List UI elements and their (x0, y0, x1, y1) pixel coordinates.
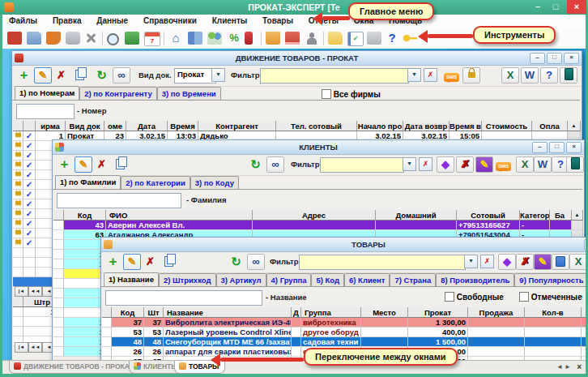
doc-type-dropdown-icon[interactable]: ▼ (211, 68, 225, 82)
tab-by-manufacturer[interactable]: 8) Производитель (436, 273, 514, 287)
tab-by-number[interactable]: 1) по Номерам (15, 86, 79, 101)
menu-files[interactable]: Файлы (2, 15, 44, 25)
goods-titlebar[interactable]: ТОВАРЫ – □ × (101, 238, 586, 252)
tab-by-group[interactable]: 4) Группа (266, 273, 312, 287)
edit-button[interactable]: ✎ (34, 67, 52, 84)
truck-icon[interactable] (27, 32, 41, 45)
calculator-button[interactable] (552, 254, 569, 270)
add-button[interactable]: + (15, 67, 32, 84)
col-category[interactable]: Категори (520, 210, 550, 221)
name-search-input[interactable] (105, 290, 262, 306)
all-firms-checkbox[interactable]: Все фирмы (322, 89, 381, 99)
table-row[interactable]: 37 37 Виброплита электрическая ИЭ-451 ви… (102, 318, 586, 328)
col-number[interactable]: оме (104, 121, 126, 131)
menu-goods[interactable]: Товары (256, 15, 300, 25)
filter-input[interactable] (299, 255, 466, 270)
tab-close-icon[interactable]: × (577, 362, 582, 371)
minimize-icon[interactable]: – (532, 142, 548, 153)
clients-titlebar[interactable]: КЛИЕНТЫ – □ × (53, 140, 584, 155)
people-icon[interactable] (207, 32, 222, 45)
col-return-date[interactable]: Дата возвр (403, 121, 450, 131)
nav-prev-page-button[interactable]: ◄◄ (28, 342, 42, 353)
col-cost[interactable]: Стоимость (482, 121, 532, 131)
refresh-button[interactable]: ↻ (247, 156, 264, 173)
tab-by-country[interactable]: 7) Страна (390, 273, 436, 287)
col-start[interactable]: Начало про (357, 121, 403, 131)
category-button[interactable]: ◆ (437, 156, 454, 173)
menu-clients[interactable]: Клиенты (206, 15, 254, 25)
archive-icon[interactable] (66, 32, 80, 45)
add-button[interactable]: + (56, 156, 73, 173)
col-date[interactable]: Дата (126, 121, 168, 131)
scroll-up-icon[interactable]: ▲ (572, 210, 583, 221)
col-home-phone[interactable]: Домашний (376, 210, 457, 221)
close-icon[interactable]: × (567, 0, 586, 14)
col-sale-price[interactable]: Продажа (468, 307, 525, 318)
tab-by-category[interactable]: 2) по Категории (121, 176, 190, 190)
word-export-button[interactable]: W (521, 67, 539, 84)
tab-by-popularity[interactable]: 9) Популярность (514, 273, 586, 287)
edit-marked-button[interactable]: ✎ (475, 156, 493, 173)
col-doc[interactable]: Вид док (66, 121, 104, 131)
number-search-input[interactable] (16, 104, 75, 119)
binoculars-button[interactable]: ∞ (266, 156, 284, 173)
money-icon[interactable] (125, 32, 139, 45)
restore-icon[interactable]: □ (547, 53, 562, 64)
col-return-time[interactable]: Время в (450, 121, 482, 131)
excel-export-button[interactable]: X (516, 156, 534, 173)
refresh-button[interactable]: ↻ (228, 254, 245, 270)
minimize-icon[interactable]: – (530, 0, 546, 14)
buildings-icon[interactable] (188, 32, 202, 45)
sms-button[interactable]: SMS (495, 156, 512, 173)
delete-button[interactable]: ✗ (53, 67, 70, 84)
help-button[interactable]: ? (540, 67, 558, 84)
key-icon[interactable] (403, 32, 417, 45)
minimize-icon[interactable]: – (530, 53, 545, 64)
edit-button[interactable]: ✎ (123, 254, 141, 270)
filter-input[interactable] (320, 157, 404, 173)
edit-marked-button[interactable]: ✎ (534, 254, 552, 270)
window-tab-rental[interactable]: ДВИЖЕНИЕ ТОВАРОВ - ПРОКАТ (9, 361, 139, 374)
tab-by-surname[interactable]: 1) по Фамилии (55, 175, 121, 190)
filter-dropdown-icon[interactable]: ▼ (464, 255, 478, 268)
table-row-selected[interactable]: 43 Аверин Алексей Вл. +79513165627 - (53, 221, 583, 230)
col-mobile[interactable]: Сотовый (457, 210, 520, 221)
tab-by-time[interactable]: 3) по Времени (157, 87, 221, 101)
filter-input[interactable] (260, 68, 409, 84)
add-button[interactable]: + (104, 254, 121, 270)
col-quantity[interactable]: Кол-в (525, 307, 582, 318)
tab-scroll-left-icon[interactable]: ◄ (556, 363, 563, 371)
col-code[interactable]: Код (112, 307, 144, 318)
nav-first-button[interactable]: |◄ (15, 286, 28, 297)
copy-button[interactable] (112, 156, 129, 173)
maximize-icon[interactable]: □ (548, 0, 564, 14)
lock-button[interactable] (462, 67, 480, 84)
col-code[interactable]: Код (64, 210, 106, 221)
cart-icon[interactable] (46, 32, 61, 45)
col-name[interactable]: Название (164, 307, 292, 318)
filter-dropdown-icon[interactable]: ▼ (403, 157, 416, 171)
col-contragent[interactable]: Контрагент (198, 121, 276, 131)
category-button[interactable]: ◆ (498, 254, 516, 270)
marked-checkbox[interactable]: Отмеченные (519, 292, 582, 302)
nav-first-button[interactable]: |◄ (15, 342, 28, 353)
excel-export-button[interactable]: X (569, 254, 586, 270)
sms-button[interactable]: SMS (443, 67, 460, 84)
binoculars-button[interactable]: ∞ (247, 254, 265, 270)
restore-icon[interactable]: □ (549, 142, 565, 153)
stopwatch-icon[interactable] (107, 33, 119, 45)
col-time[interactable]: Время (168, 121, 198, 131)
briefcase-icon[interactable] (7, 32, 22, 45)
filter-dropdown-icon[interactable]: ▼ (407, 68, 421, 82)
col-mobile[interactable]: Тел. сотовый (276, 121, 357, 131)
tasks-icon[interactable]: ✓ (347, 32, 364, 46)
percent-icon[interactable]: % (227, 32, 241, 45)
menu-directories[interactable]: Справочники (137, 15, 203, 25)
copy-button[interactable] (71, 67, 88, 84)
close-icon[interactable]: × (566, 142, 582, 153)
col-name[interactable]: ФИО (106, 210, 253, 221)
rental-titlebar[interactable]: ДВИЖЕНИЕ ТОВАРОВ - ПРОКАТ – □ × (12, 51, 582, 66)
menu-edit[interactable]: Правка (46, 15, 88, 25)
excel-export-button[interactable]: X (501, 67, 519, 84)
col-rent-price[interactable]: Прокат (408, 307, 468, 318)
